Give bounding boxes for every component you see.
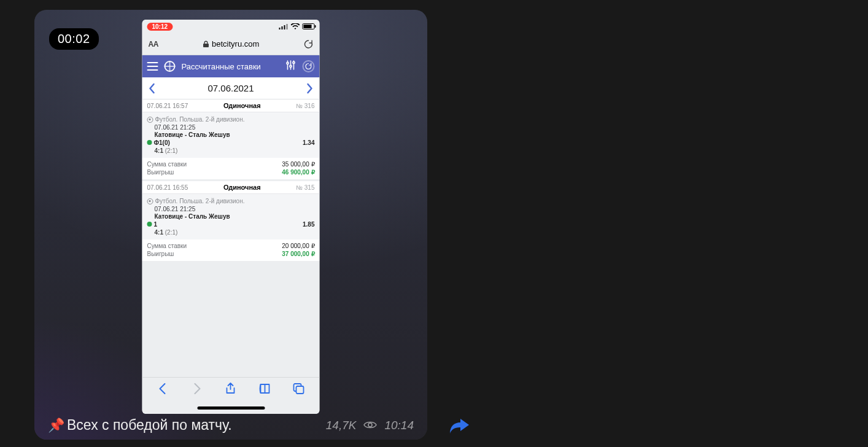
app-header-title: Рассчитанные ставки	[182, 62, 279, 71]
win-dot-icon	[147, 140, 152, 145]
bet-body: Футбол. Польша. 2-й дивизион. 07.06.21 2…	[142, 194, 320, 239]
bet-header-type: Одиночная	[223, 184, 261, 191]
video-duration-badge: 00:02	[49, 28, 99, 50]
bet-match-datetime: 07.06.21 21:25	[147, 206, 315, 212]
bet-card[interactable]: 07.06.21 16:55 Одиночная № 315 Футбол. П…	[142, 181, 320, 261]
safari-toolbar	[142, 377, 320, 402]
bet-pick-name: 1	[154, 221, 158, 228]
bet-score: 4:1 (2:1)	[147, 229, 315, 236]
eye-icon	[363, 419, 377, 432]
reload-icon[interactable]	[304, 39, 314, 49]
tabs-button[interactable]	[292, 382, 306, 398]
embedded-phone-screenshot: 10:12 AA betcityru.com	[142, 20, 320, 414]
date-navigator: 07.06.2021	[142, 77, 320, 99]
bet-totals: Сумма ставки 20 000,00 ₽ Выигрыш 37 000,…	[142, 239, 320, 261]
bet-match-datetime: 07.06.21 21:25	[147, 124, 315, 131]
bet-league-text: Футбол. Польша. 2-й дивизион.	[155, 198, 245, 204]
caption-text-value: Всех с победой по матчу.	[67, 417, 232, 433]
svg-point-5	[368, 423, 372, 427]
bet-totals: Сумма ставки 35 000,00 ₽ Выигрыш 46 900,…	[142, 158, 320, 179]
stake-value: 20 000,00 ₽	[282, 243, 314, 249]
chat-message-bubble[interactable]: 00:02 10:12 AA betcity	[34, 10, 427, 440]
bet-match-name: Катовице - Сталь Жешув	[147, 131, 315, 138]
bet-header-time: 07.06.21 16:57	[147, 103, 188, 109]
stake-label: Сумма ставки	[147, 161, 187, 168]
home-indicator	[142, 402, 320, 414]
svg-rect-4	[296, 386, 304, 394]
message-meta: 14,7K 10:14	[326, 419, 414, 432]
date-next-button[interactable]	[306, 83, 313, 94]
payout-label: Выигрыш	[147, 169, 174, 176]
bet-score-main: 4:1	[155, 147, 163, 154]
bet-body: Футбол. Польша. 2-й дивизион. 07.06.21 2…	[142, 112, 320, 158]
bookmarks-button[interactable]	[258, 382, 271, 398]
bets-list: 07.06.21 16:57 Одиночная № 316 Футбол. П…	[142, 99, 320, 377]
bet-league: Футбол. Польша. 2-й дивизион.	[147, 198, 315, 204]
globe-icon[interactable]	[165, 61, 176, 72]
soccer-icon	[147, 198, 153, 204]
status-icons	[279, 23, 314, 30]
payout-label: Выигрыш	[147, 251, 174, 257]
payout-value: 46 900,00 ₽	[282, 169, 314, 176]
bet-pick-row: Ф1(0) 1.34	[147, 139, 315, 146]
bet-pick-row: 1 1.85	[147, 221, 315, 228]
bet-header: 07.06.21 16:57 Одиночная № 316	[142, 99, 320, 112]
url-display[interactable]: betcityru.com	[203, 39, 259, 49]
share-button[interactable]	[224, 382, 238, 398]
bet-league: Футбол. Польша. 2-й дивизион.	[147, 116, 315, 123]
stake-label: Сумма ставки	[147, 243, 187, 249]
pin-emoji: 📌	[48, 418, 64, 433]
bet-header: 07.06.21 16:55 Одиночная № 315	[142, 181, 320, 194]
message-caption-row: 📌 Всех с победой по матчу. 14,7K 10:14	[48, 417, 414, 433]
bet-header-number: № 316	[296, 103, 314, 109]
bet-card[interactable]: 07.06.21 16:57 Одиночная № 316 Футбол. П…	[142, 99, 320, 179]
bet-score-main: 4:1	[155, 229, 163, 236]
forward-message-button[interactable]	[448, 415, 470, 437]
app-header: Рассчитанные ставки	[142, 55, 320, 77]
message-caption: 📌 Всех с победой по матчу.	[48, 417, 320, 433]
date-prev-button[interactable]	[149, 83, 156, 94]
svg-point-2	[293, 61, 295, 63]
bet-coefficient: 1.85	[303, 221, 314, 228]
safari-address-bar: AA betcityru.com	[142, 33, 320, 55]
text-size-button[interactable]: AA	[149, 40, 158, 49]
message-views: 14,7K	[326, 419, 357, 432]
bet-header-type: Одиночная	[223, 102, 261, 109]
date-value: 07.06.2021	[207, 83, 254, 93]
bet-coefficient: 1.34	[303, 139, 314, 146]
lock-icon	[203, 41, 209, 48]
stake-value: 35 000,00 ₽	[282, 161, 314, 168]
cellular-signal-icon	[279, 23, 288, 29]
stage: 00:02 10:12 AA betcity	[0, 0, 868, 447]
ios-status-bar: 10:12	[142, 20, 320, 33]
filter-icon[interactable]	[285, 60, 296, 73]
refresh-button[interactable]	[303, 60, 315, 72]
bet-score: 4:1 (2:1)	[147, 147, 315, 154]
recording-time-pill: 10:12	[147, 23, 173, 31]
bet-league-text: Футбол. Польша. 2-й дивизион.	[155, 116, 245, 123]
back-button[interactable]	[156, 382, 169, 398]
svg-point-0	[287, 62, 289, 64]
forward-button[interactable]	[190, 382, 204, 398]
svg-point-1	[290, 65, 292, 67]
message-time: 10:14	[384, 419, 414, 432]
bet-score-sub: (2:1)	[165, 147, 178, 154]
url-host-text: betcityru.com	[212, 39, 259, 49]
bet-pick-name: Ф1(0)	[154, 139, 170, 146]
soccer-icon	[147, 117, 153, 123]
bet-header-time: 07.06.21 16:55	[147, 184, 188, 191]
win-dot-icon	[147, 222, 152, 227]
bet-match-name: Катовице - Сталь Жешув	[147, 213, 315, 220]
bet-header-number: № 315	[296, 184, 314, 191]
menu-icon[interactable]	[147, 62, 158, 71]
battery-icon	[302, 23, 314, 29]
payout-value: 37 000,00 ₽	[282, 251, 314, 257]
bet-score-sub: (2:1)	[165, 229, 178, 236]
wifi-icon	[290, 23, 300, 30]
